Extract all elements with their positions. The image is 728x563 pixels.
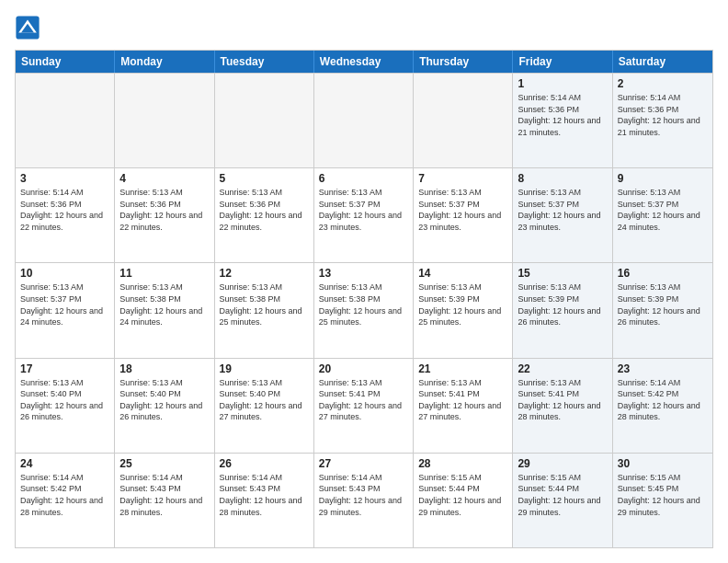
cal-cell-6: 6Sunrise: 5:13 AMSunset: 5:37 PMDaylight… — [314, 168, 414, 262]
cal-cell-empty-0-3 — [314, 74, 414, 167]
cal-cell-18: 18Sunrise: 5:13 AMSunset: 5:40 PMDayligh… — [115, 359, 214, 453]
cell-info: Sunrise: 5:13 AMSunset: 5:37 PMDaylight:… — [319, 187, 408, 233]
cal-cell-25: 25Sunrise: 5:14 AMSunset: 5:43 PMDayligh… — [115, 454, 214, 547]
cell-info: Sunrise: 5:13 AMSunset: 5:41 PMDaylight:… — [418, 377, 507, 423]
cal-row-2: 10Sunrise: 5:13 AMSunset: 5:37 PMDayligh… — [16, 262, 712, 357]
day-number: 1 — [518, 77, 607, 90]
cal-cell-1: 1Sunrise: 5:14 AMSunset: 5:36 PMDaylight… — [513, 74, 612, 167]
cal-row-1: 3Sunrise: 5:14 AMSunset: 5:36 PMDaylight… — [16, 167, 712, 262]
cell-info: Sunrise: 5:13 AMSunset: 5:37 PMDaylight:… — [518, 187, 607, 233]
header-cell-monday: Monday — [115, 51, 214, 73]
cell-info: Sunrise: 5:14 AMSunset: 5:36 PMDaylight:… — [518, 92, 607, 138]
day-number: 26 — [220, 457, 309, 470]
header-cell-saturday: Saturday — [613, 51, 712, 73]
cell-info: Sunrise: 5:13 AMSunset: 5:38 PMDaylight:… — [119, 282, 209, 327]
cell-info: Sunrise: 5:14 AMSunset: 5:42 PMDaylight:… — [20, 472, 109, 518]
calendar-header: SundayMondayTuesdayWednesdayThursdayFrid… — [16, 51, 712, 73]
cal-cell-10: 10Sunrise: 5:13 AMSunset: 5:37 PMDayligh… — [16, 263, 115, 357]
cell-info: Sunrise: 5:15 AMSunset: 5:44 PMDaylight:… — [518, 472, 607, 518]
cal-cell-empty-0-0 — [16, 74, 115, 167]
day-number: 17 — [20, 362, 109, 375]
calendar: SundayMondayTuesdayWednesdayThursdayFrid… — [15, 50, 713, 548]
cal-cell-7: 7Sunrise: 5:13 AMSunset: 5:37 PMDaylight… — [414, 168, 513, 262]
day-number: 8 — [518, 172, 607, 185]
cell-info: Sunrise: 5:13 AMSunset: 5:36 PMDaylight:… — [220, 187, 309, 233]
cal-cell-14: 14Sunrise: 5:13 AMSunset: 5:39 PMDayligh… — [414, 263, 513, 357]
day-number: 5 — [220, 172, 309, 185]
day-number: 3 — [20, 172, 109, 185]
day-number: 15 — [518, 267, 607, 280]
cal-row-0: 1Sunrise: 5:14 AMSunset: 5:36 PMDaylight… — [16, 73, 712, 167]
header-cell-thursday: Thursday — [414, 51, 513, 73]
day-number: 24 — [20, 457, 109, 470]
cell-info: Sunrise: 5:13 AMSunset: 5:38 PMDaylight:… — [319, 282, 408, 327]
day-number: 25 — [119, 457, 209, 470]
header — [15, 15, 713, 40]
cell-info: Sunrise: 5:14 AMSunset: 5:43 PMDaylight:… — [319, 472, 408, 518]
cal-cell-9: 9Sunrise: 5:13 AMSunset: 5:37 PMDaylight… — [613, 168, 712, 262]
day-number: 30 — [618, 457, 708, 470]
cal-cell-8: 8Sunrise: 5:13 AMSunset: 5:37 PMDaylight… — [513, 168, 612, 262]
day-number: 11 — [119, 267, 209, 280]
day-number: 20 — [319, 362, 408, 375]
cal-cell-30: 30Sunrise: 5:15 AMSunset: 5:45 PMDayligh… — [613, 454, 712, 547]
cell-info: Sunrise: 5:13 AMSunset: 5:39 PMDaylight:… — [618, 282, 708, 327]
day-number: 9 — [618, 172, 708, 185]
cal-cell-21: 21Sunrise: 5:13 AMSunset: 5:41 PMDayligh… — [414, 359, 513, 453]
day-number: 22 — [518, 362, 607, 375]
calendar-body: 1Sunrise: 5:14 AMSunset: 5:36 PMDaylight… — [16, 73, 712, 547]
cal-row-4: 24Sunrise: 5:14 AMSunset: 5:42 PMDayligh… — [16, 453, 712, 547]
day-number: 7 — [418, 172, 507, 185]
cell-info: Sunrise: 5:13 AMSunset: 5:41 PMDaylight:… — [319, 377, 408, 423]
day-number: 4 — [119, 172, 209, 185]
cell-info: Sunrise: 5:13 AMSunset: 5:36 PMDaylight:… — [119, 187, 209, 233]
day-number: 12 — [220, 267, 309, 280]
day-number: 10 — [20, 267, 109, 280]
header-cell-tuesday: Tuesday — [215, 51, 314, 73]
cal-cell-28: 28Sunrise: 5:15 AMSunset: 5:44 PMDayligh… — [414, 454, 513, 547]
cell-info: Sunrise: 5:14 AMSunset: 5:43 PMDaylight:… — [119, 472, 209, 518]
cell-info: Sunrise: 5:13 AMSunset: 5:38 PMDaylight:… — [220, 282, 309, 327]
cal-cell-5: 5Sunrise: 5:13 AMSunset: 5:36 PMDaylight… — [215, 168, 314, 262]
cal-cell-19: 19Sunrise: 5:13 AMSunset: 5:40 PMDayligh… — [215, 359, 314, 453]
page: SundayMondayTuesdayWednesdayThursdayFrid… — [0, 0, 728, 563]
logo — [15, 15, 44, 40]
cal-cell-16: 16Sunrise: 5:13 AMSunset: 5:39 PMDayligh… — [613, 263, 712, 357]
day-number: 2 — [618, 77, 708, 90]
cal-cell-13: 13Sunrise: 5:13 AMSunset: 5:38 PMDayligh… — [314, 263, 414, 357]
day-number: 29 — [518, 457, 607, 470]
cal-cell-20: 20Sunrise: 5:13 AMSunset: 5:41 PMDayligh… — [314, 359, 414, 453]
cell-info: Sunrise: 5:15 AMSunset: 5:44 PMDaylight:… — [418, 472, 507, 518]
day-number: 28 — [418, 457, 507, 470]
cal-cell-17: 17Sunrise: 5:13 AMSunset: 5:40 PMDayligh… — [16, 359, 115, 453]
day-number: 21 — [418, 362, 507, 375]
cal-cell-empty-0-2 — [215, 74, 314, 167]
day-number: 27 — [319, 457, 408, 470]
header-cell-wednesday: Wednesday — [314, 51, 414, 73]
day-number: 13 — [319, 267, 408, 280]
cal-cell-4: 4Sunrise: 5:13 AMSunset: 5:36 PMDaylight… — [115, 168, 214, 262]
day-number: 14 — [418, 267, 507, 280]
cal-cell-23: 23Sunrise: 5:14 AMSunset: 5:42 PMDayligh… — [613, 359, 712, 453]
cal-cell-22: 22Sunrise: 5:13 AMSunset: 5:41 PMDayligh… — [513, 359, 612, 453]
logo-icon — [15, 15, 40, 40]
cell-info: Sunrise: 5:13 AMSunset: 5:39 PMDaylight:… — [518, 282, 607, 327]
cell-info: Sunrise: 5:14 AMSunset: 5:43 PMDaylight:… — [220, 472, 309, 518]
cal-cell-3: 3Sunrise: 5:14 AMSunset: 5:36 PMDaylight… — [16, 168, 115, 262]
cal-cell-12: 12Sunrise: 5:13 AMSunset: 5:38 PMDayligh… — [215, 263, 314, 357]
cal-cell-11: 11Sunrise: 5:13 AMSunset: 5:38 PMDayligh… — [115, 263, 214, 357]
cell-info: Sunrise: 5:13 AMSunset: 5:41 PMDaylight:… — [518, 377, 607, 423]
cal-cell-29: 29Sunrise: 5:15 AMSunset: 5:44 PMDayligh… — [513, 454, 612, 547]
cal-cell-empty-0-1 — [115, 74, 214, 167]
day-number: 18 — [119, 362, 209, 375]
day-number: 16 — [618, 267, 708, 280]
cell-info: Sunrise: 5:13 AMSunset: 5:37 PMDaylight:… — [20, 282, 109, 327]
cal-cell-26: 26Sunrise: 5:14 AMSunset: 5:43 PMDayligh… — [215, 454, 314, 547]
cell-info: Sunrise: 5:14 AMSunset: 5:36 PMDaylight:… — [618, 92, 708, 138]
cell-info: Sunrise: 5:13 AMSunset: 5:40 PMDaylight:… — [20, 377, 109, 423]
cell-info: Sunrise: 5:13 AMSunset: 5:40 PMDaylight:… — [119, 377, 209, 423]
cell-info: Sunrise: 5:13 AMSunset: 5:39 PMDaylight:… — [418, 282, 507, 327]
header-cell-friday: Friday — [513, 51, 612, 73]
cell-info: Sunrise: 5:13 AMSunset: 5:37 PMDaylight:… — [418, 187, 507, 233]
cal-row-3: 17Sunrise: 5:13 AMSunset: 5:40 PMDayligh… — [16, 358, 712, 453]
